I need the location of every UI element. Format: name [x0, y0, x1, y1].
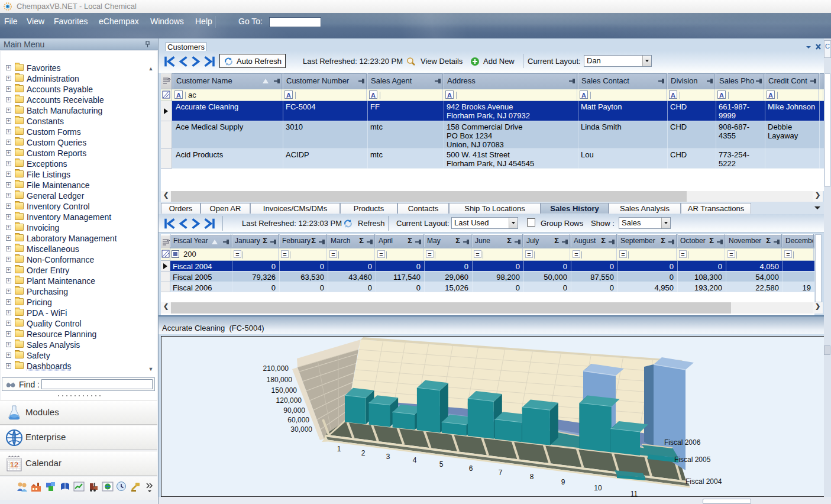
svg-text:2: 2: [361, 449, 366, 457]
svg-text:150,000: 150,000: [271, 386, 298, 395]
svg-text:120,000: 120,000: [276, 396, 302, 405]
svg-text:10: 10: [594, 484, 602, 492]
svg-text:Fiscal 2004: Fiscal 2004: [686, 477, 722, 486]
svg-text:11: 11: [630, 490, 638, 496]
svg-text:Fiscal 2006: Fiscal 2006: [664, 438, 701, 447]
svg-text:Fiscal 2005: Fiscal 2005: [674, 455, 711, 464]
svg-text:90,000: 90,000: [283, 406, 305, 415]
svg-text:9: 9: [561, 478, 565, 486]
svg-text:1: 1: [337, 445, 341, 453]
svg-text:5: 5: [439, 460, 444, 469]
svg-text:180,000: 180,000: [267, 376, 293, 384]
svg-text:3: 3: [386, 453, 390, 461]
svg-text:30,000: 30,000: [290, 425, 312, 434]
svg-text:12: 12: [10, 460, 18, 469]
svg-text:60,000: 60,000: [287, 416, 309, 424]
svg-text:7: 7: [499, 469, 503, 477]
svg-text:6: 6: [469, 464, 473, 473]
svg-text:4: 4: [413, 456, 417, 464]
svg-text:210,000: 210,000: [263, 364, 289, 373]
svg-text:8: 8: [530, 473, 534, 481]
